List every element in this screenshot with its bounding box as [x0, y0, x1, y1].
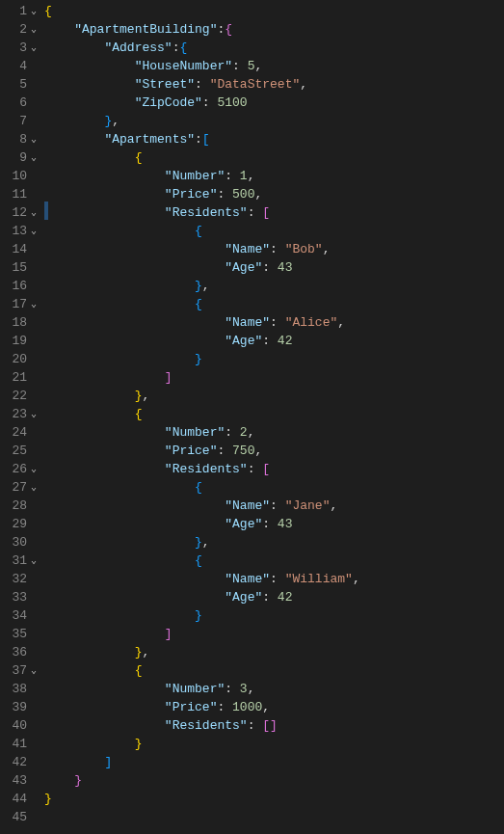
code-line: { — [44, 661, 360, 680]
gutter-row: 32 — [0, 570, 44, 588]
gutter-row: 24 — [0, 423, 44, 442]
json-key: "Age" — [225, 260, 262, 275]
fold-toggle-icon[interactable]: ⌄ — [27, 39, 40, 57]
code-line: }, — [44, 277, 360, 295]
gutter-row: 26⌄ — [0, 460, 44, 478]
line-number: 27 — [0, 478, 27, 497]
json-string: "Bob" — [285, 242, 323, 256]
json-key: "Number" — [165, 682, 225, 696]
line-number: 43 — [0, 771, 27, 790]
json-key: "Age" — [225, 590, 262, 605]
code-line: "Residents": [ — [44, 203, 360, 222]
code-line: "Price": 1000, — [44, 698, 360, 716]
line-number: 26 — [0, 460, 27, 478]
line-number: 4 — [0, 57, 27, 75]
code-line: { — [44, 405, 360, 423]
json-key: "Age" — [225, 517, 262, 531]
code-line: "Name": "Jane", — [44, 497, 360, 515]
code-area[interactable]: { "ApartmentBuilding":{ "Address":{ "Hou… — [44, 0, 360, 826]
line-number: 22 — [0, 387, 27, 405]
gutter-row: 3⌄ — [0, 39, 44, 57]
json-key: "Price" — [165, 700, 218, 714]
code-line: "ApartmentBuilding":{ — [44, 20, 360, 39]
line-number: 7 — [0, 112, 27, 130]
code-line: } — [44, 350, 360, 368]
code-line: "Age": 43 — [44, 258, 360, 277]
json-string: "DataStreet" — [210, 77, 301, 92]
gutter-row: 38 — [0, 680, 44, 698]
fold-toggle-icon[interactable]: ⌄ — [27, 203, 40, 222]
gutter-row: 6 — [0, 94, 44, 112]
json-key: "Number" — [165, 425, 225, 440]
line-number: 23 — [0, 405, 27, 423]
gutter-row: 15 — [0, 258, 44, 277]
code-line: "Number": 3, — [44, 680, 360, 698]
line-number: 25 — [0, 442, 27, 460]
fold-toggle-icon[interactable]: ⌄ — [27, 222, 40, 240]
gutter-row: 29 — [0, 515, 44, 533]
gutter-row: 28 — [0, 497, 44, 515]
fold-toggle-icon[interactable]: ⌄ — [27, 478, 40, 497]
fold-toggle-icon[interactable]: ⌄ — [27, 661, 40, 680]
gutter-row: 34 — [0, 606, 44, 625]
gutter-row: 5 — [0, 75, 44, 94]
line-number: 10 — [0, 167, 27, 185]
code-line: "Price": 500, — [44, 185, 360, 203]
line-number: 20 — [0, 350, 27, 368]
code-line: }, — [44, 387, 360, 405]
code-line: }, — [44, 533, 360, 552]
code-line: "Age": 42 — [44, 332, 360, 350]
gutter-row: 19 — [0, 332, 44, 350]
gutter-row: 8⌄ — [0, 130, 44, 148]
code-line: "Number": 1, — [44, 167, 360, 185]
fold-toggle-icon[interactable]: ⌄ — [27, 20, 40, 39]
json-number: 1000 — [232, 700, 262, 714]
code-line: "Residents": [] — [44, 716, 360, 735]
line-number: 3 — [0, 39, 27, 57]
code-line: { — [44, 222, 360, 240]
json-key: "Residents" — [165, 718, 248, 733]
line-number: 19 — [0, 332, 27, 350]
line-number: 17 — [0, 295, 27, 313]
line-number: 2 — [0, 20, 27, 39]
code-line: }, — [44, 112, 360, 130]
gutter-row: 42 — [0, 753, 44, 771]
code-line: "Age": 43 — [44, 515, 360, 533]
code-line: "Residents": [ — [44, 460, 360, 478]
fold-toggle-icon[interactable]: ⌄ — [27, 295, 40, 313]
line-number: 32 — [0, 570, 27, 588]
json-key: "Age" — [225, 334, 262, 348]
line-number: 14 — [0, 240, 27, 258]
fold-toggle-icon[interactable]: ⌄ — [27, 148, 40, 167]
code-line: }, — [44, 643, 360, 661]
line-number: 6 — [0, 94, 27, 112]
gutter-row: 43 — [0, 771, 44, 790]
json-key: "HouseNumber" — [135, 59, 232, 73]
line-number: 35 — [0, 625, 27, 643]
json-key: "Name" — [225, 498, 270, 513]
json-number: 5100 — [217, 95, 247, 110]
code-line: "Street": "DataStreet", — [44, 75, 360, 94]
code-line: } — [44, 606, 360, 625]
gutter-row: 13⌄ — [0, 222, 44, 240]
line-number: 42 — [0, 753, 27, 771]
fold-toggle-icon[interactable]: ⌄ — [27, 460, 40, 478]
gutter-row: 40 — [0, 716, 44, 735]
gutter-row: 12⌄ — [0, 203, 44, 222]
fold-toggle-icon[interactable]: ⌄ — [27, 405, 40, 423]
json-key: "Name" — [225, 315, 270, 330]
code-line: "Number": 2, — [44, 423, 360, 442]
code-line: "Name": "William", — [44, 570, 360, 588]
fold-toggle-icon[interactable]: ⌄ — [27, 2, 40, 20]
gutter-row: 39 — [0, 698, 44, 716]
json-number: 42 — [278, 590, 293, 605]
line-number-gutter: 1⌄2⌄3⌄45678⌄9⌄101112⌄13⌄14151617⌄1819202… — [0, 0, 44, 826]
fold-toggle-icon[interactable]: ⌄ — [27, 130, 40, 148]
gutter-row: 9⌄ — [0, 148, 44, 167]
gutter-row: 25 — [0, 442, 44, 460]
code-line: "Age": 42 — [44, 588, 360, 606]
line-number: 9 — [0, 148, 27, 167]
fold-toggle-icon[interactable]: ⌄ — [27, 552, 40, 570]
json-number: 43 — [278, 517, 293, 531]
gutter-row: 33 — [0, 588, 44, 606]
